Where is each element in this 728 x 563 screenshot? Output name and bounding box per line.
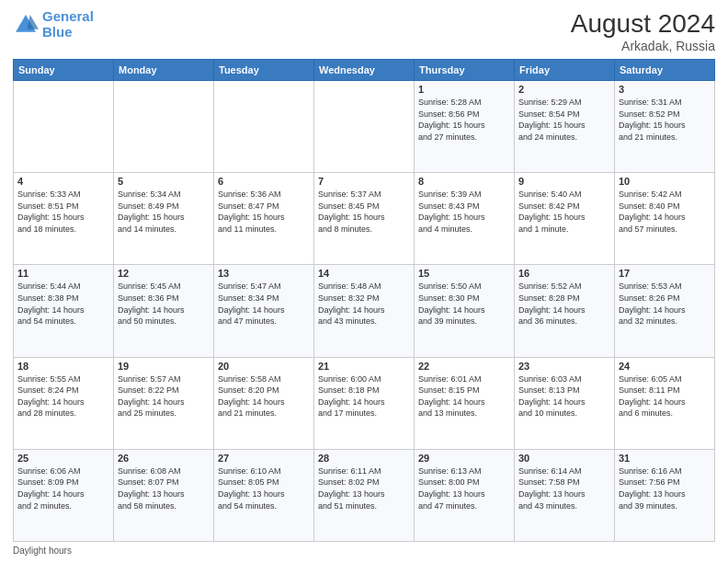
day-info: Sunrise: 5:42 AM Sunset: 8:40 PM Dayligh…: [619, 189, 711, 235]
calendar-week-row: 1Sunrise: 5:28 AM Sunset: 8:56 PM Daylig…: [14, 81, 715, 173]
day-info: Sunrise: 5:31 AM Sunset: 8:52 PM Dayligh…: [619, 97, 711, 143]
day-info: Sunrise: 5:48 AM Sunset: 8:32 PM Dayligh…: [318, 281, 410, 327]
day-info: Sunrise: 5:55 AM Sunset: 8:24 PM Dayligh…: [17, 373, 109, 419]
calendar-cell: 7Sunrise: 5:37 AM Sunset: 8:45 PM Daylig…: [314, 173, 415, 265]
top-area: General Blue August 2024 Arkadak, Russia: [13, 9, 715, 53]
day-number: 13: [218, 268, 310, 279]
day-number: 3: [619, 84, 711, 95]
day-info: Sunrise: 5:44 AM Sunset: 8:38 PM Dayligh…: [17, 281, 109, 327]
day-info: Sunrise: 5:39 AM Sunset: 8:43 PM Dayligh…: [418, 189, 510, 235]
title-area: August 2024 Arkadak, Russia: [571, 9, 715, 53]
calendar-cell: 20Sunrise: 5:58 AM Sunset: 8:20 PM Dayli…: [214, 357, 314, 449]
calendar-cell: 15Sunrise: 5:50 AM Sunset: 8:30 PM Dayli…: [415, 265, 515, 357]
day-number: 1: [418, 84, 510, 95]
calendar-cell: 1Sunrise: 5:28 AM Sunset: 8:56 PM Daylig…: [415, 81, 515, 173]
day-number: 7: [318, 176, 410, 187]
calendar-week-row: 11Sunrise: 5:44 AM Sunset: 8:38 PM Dayli…: [14, 265, 715, 357]
calendar-cell: 29Sunrise: 6:13 AM Sunset: 8:00 PM Dayli…: [415, 449, 515, 541]
logo-line1: General: [42, 8, 94, 24]
day-number: 30: [518, 453, 610, 464]
calendar-cell: 11Sunrise: 5:44 AM Sunset: 8:38 PM Dayli…: [14, 265, 114, 357]
day-number: 21: [318, 361, 410, 372]
calendar-cell: 13Sunrise: 5:47 AM Sunset: 8:34 PM Dayli…: [214, 265, 314, 357]
calendar-cell: 22Sunrise: 6:01 AM Sunset: 8:15 PM Dayli…: [415, 357, 515, 449]
logo-text: General Blue: [42, 9, 94, 40]
footer-note-text: Daylight hours: [13, 546, 72, 556]
day-of-week-header: Saturday: [615, 60, 715, 81]
day-number: 6: [218, 176, 310, 187]
calendar-cell: 27Sunrise: 6:10 AM Sunset: 8:05 PM Dayli…: [214, 449, 314, 541]
day-of-week-header: Thursday: [415, 60, 515, 81]
day-info: Sunrise: 6:14 AM Sunset: 7:58 PM Dayligh…: [518, 465, 610, 511]
day-number: 27: [218, 453, 310, 464]
day-number: 23: [518, 361, 610, 372]
logo: General Blue: [13, 9, 94, 40]
day-info: Sunrise: 5:50 AM Sunset: 8:30 PM Dayligh…: [418, 281, 510, 327]
calendar-cell: [314, 81, 415, 173]
calendar-cell: 5Sunrise: 5:34 AM Sunset: 8:49 PM Daylig…: [114, 173, 214, 265]
day-of-week-header: Monday: [114, 60, 214, 81]
calendar-cell: 14Sunrise: 5:48 AM Sunset: 8:32 PM Dayli…: [314, 265, 415, 357]
day-info: Sunrise: 5:45 AM Sunset: 8:36 PM Dayligh…: [118, 281, 210, 327]
day-info: Sunrise: 5:33 AM Sunset: 8:51 PM Dayligh…: [17, 189, 109, 235]
day-info: Sunrise: 6:08 AM Sunset: 8:07 PM Dayligh…: [118, 465, 210, 511]
calendar-cell: 31Sunrise: 6:16 AM Sunset: 7:56 PM Dayli…: [615, 449, 715, 541]
day-number: 26: [118, 453, 210, 464]
day-info: Sunrise: 6:16 AM Sunset: 7:56 PM Dayligh…: [619, 465, 711, 511]
calendar-week-row: 4Sunrise: 5:33 AM Sunset: 8:51 PM Daylig…: [14, 173, 715, 265]
calendar-cell: 25Sunrise: 6:06 AM Sunset: 8:09 PM Dayli…: [14, 449, 114, 541]
calendar-cell: 12Sunrise: 5:45 AM Sunset: 8:36 PM Dayli…: [114, 265, 214, 357]
calendar-cell: 2Sunrise: 5:29 AM Sunset: 8:54 PM Daylig…: [515, 81, 615, 173]
day-info: Sunrise: 6:13 AM Sunset: 8:00 PM Dayligh…: [418, 465, 510, 511]
calendar-cell: 19Sunrise: 5:57 AM Sunset: 8:22 PM Dayli…: [114, 357, 214, 449]
location: Arkadak, Russia: [571, 39, 715, 53]
day-number: 4: [17, 176, 109, 187]
calendar-cell: 3Sunrise: 5:31 AM Sunset: 8:52 PM Daylig…: [615, 81, 715, 173]
day-info: Sunrise: 5:47 AM Sunset: 8:34 PM Dayligh…: [218, 281, 310, 327]
day-info: Sunrise: 5:29 AM Sunset: 8:54 PM Dayligh…: [518, 97, 610, 143]
day-of-week-header: Tuesday: [214, 60, 314, 81]
day-info: Sunrise: 6:05 AM Sunset: 8:11 PM Dayligh…: [619, 373, 711, 419]
day-number: 24: [619, 361, 711, 372]
calendar-cell: 4Sunrise: 5:33 AM Sunset: 8:51 PM Daylig…: [14, 173, 114, 265]
footer-note: Daylight hours: [13, 546, 715, 556]
logo-icon: [13, 12, 39, 38]
day-info: Sunrise: 6:00 AM Sunset: 8:18 PM Dayligh…: [318, 373, 410, 419]
day-number: 9: [518, 176, 610, 187]
page: General Blue August 2024 Arkadak, Russia…: [0, 0, 728, 563]
day-number: 15: [418, 268, 510, 279]
calendar-cell: 28Sunrise: 6:11 AM Sunset: 8:02 PM Dayli…: [314, 449, 415, 541]
calendar-cell: 30Sunrise: 6:14 AM Sunset: 7:58 PM Dayli…: [515, 449, 615, 541]
day-info: Sunrise: 5:40 AM Sunset: 8:42 PM Dayligh…: [518, 189, 610, 235]
day-number: 18: [17, 361, 109, 372]
calendar-cell: 21Sunrise: 6:00 AM Sunset: 8:18 PM Dayli…: [314, 357, 415, 449]
calendar-cell: 6Sunrise: 5:36 AM Sunset: 8:47 PM Daylig…: [214, 173, 314, 265]
day-number: 12: [118, 268, 210, 279]
calendar: SundayMondayTuesdayWednesdayThursdayFrid…: [13, 59, 715, 542]
calendar-cell: 10Sunrise: 5:42 AM Sunset: 8:40 PM Dayli…: [615, 173, 715, 265]
day-info: Sunrise: 5:36 AM Sunset: 8:47 PM Dayligh…: [218, 189, 310, 235]
day-number: 28: [318, 453, 410, 464]
month-year: August 2024: [571, 9, 715, 39]
day-info: Sunrise: 6:01 AM Sunset: 8:15 PM Dayligh…: [418, 373, 510, 419]
calendar-week-row: 18Sunrise: 5:55 AM Sunset: 8:24 PM Dayli…: [14, 357, 715, 449]
day-number: 20: [218, 361, 310, 372]
logo-line2: Blue: [42, 24, 73, 40]
calendar-cell: 26Sunrise: 6:08 AM Sunset: 8:07 PM Dayli…: [114, 449, 214, 541]
day-number: 22: [418, 361, 510, 372]
day-number: 16: [518, 268, 610, 279]
calendar-cell: 24Sunrise: 6:05 AM Sunset: 8:11 PM Dayli…: [615, 357, 715, 449]
day-number: 11: [17, 268, 109, 279]
day-number: 29: [418, 453, 510, 464]
day-info: Sunrise: 5:37 AM Sunset: 8:45 PM Dayligh…: [318, 189, 410, 235]
day-number: 8: [418, 176, 510, 187]
day-of-week-header: Friday: [515, 60, 615, 81]
calendar-cell: 23Sunrise: 6:03 AM Sunset: 8:13 PM Dayli…: [515, 357, 615, 449]
calendar-cell: 18Sunrise: 5:55 AM Sunset: 8:24 PM Dayli…: [14, 357, 114, 449]
day-of-week-header: Wednesday: [314, 60, 415, 81]
day-info: Sunrise: 6:06 AM Sunset: 8:09 PM Dayligh…: [17, 465, 109, 511]
day-number: 14: [318, 268, 410, 279]
day-info: Sunrise: 5:57 AM Sunset: 8:22 PM Dayligh…: [118, 373, 210, 419]
day-info: Sunrise: 5:28 AM Sunset: 8:56 PM Dayligh…: [418, 97, 510, 143]
day-number: 2: [518, 84, 610, 95]
